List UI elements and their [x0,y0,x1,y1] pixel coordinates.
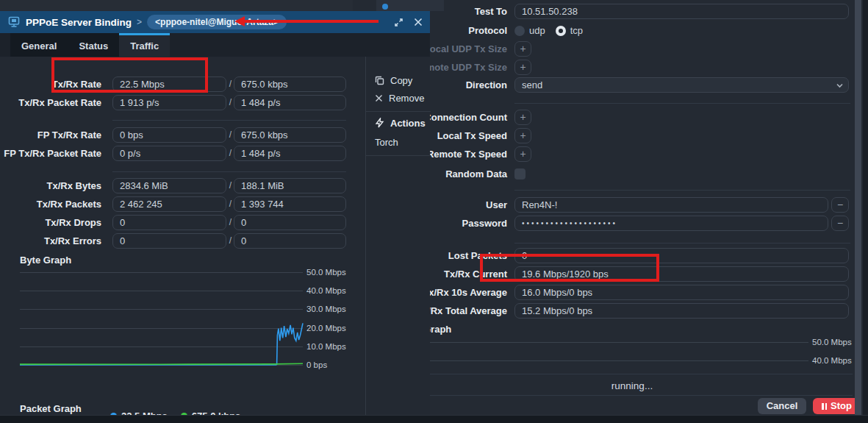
scrollbar-thumb[interactable] [855,0,861,423]
lost-packets-value[interactable]: 0 [514,248,849,263]
fp-txrx-rate-row: FP Tx/Rx Rate 0 bps / 675.0 kbps [0,127,365,143]
fp-rx-packet-rate-value[interactable]: 1 484 p/s [234,146,346,161]
byte-graph-title: Byte Graph [20,255,71,266]
udp-radio-label: udp [529,25,545,36]
chevron-down-icon [836,83,843,88]
txrx-drops-row: Tx/Rx Drops 0 / 0 [0,215,365,230]
local-udp-tx-size-add-button[interactable]: + [514,41,531,57]
divider [112,171,346,172]
slash-separator: / [227,146,234,161]
grid-label: 50.0 Mbps [812,336,852,348]
txrx-packets-label: Tx/Rx Packets [0,196,101,212]
tx-packet-rate-value[interactable]: 1 913 p/s [112,95,226,110]
txrx-packet-rate-label: Tx/Rx Packet Rate [0,95,101,110]
dialog-titlebar[interactable]: PPPoE Server Binding > <pppoe-nitel@Migu… [0,11,430,33]
direction-select[interactable]: send [514,77,849,93]
byte-graph: 50.0 Mbps40.0 Mbps30.0 Mbps20.0 Mbps10.0… [0,268,365,371]
bandwidth-test-panel: Test To 10.51.50.238 Protocol udp tcp Lo… [353,0,868,423]
background-window-fragment [376,0,444,11]
random-data-checkbox[interactable] [514,168,526,179]
divider [514,243,850,244]
tx-bytes-value[interactable]: 2834.6 MiB [112,178,226,193]
txrx-rate-label: Tx/Rx Rate [0,77,101,92]
udp-radio[interactable] [514,26,525,36]
grid-label: 40.0 Mbps [812,355,852,366]
status-dot-icon [382,4,388,10]
copy-button[interactable]: Copy [375,73,412,88]
tx-packets-value[interactable]: 2 462 245 [112,196,226,212]
connection-count-add-button[interactable]: + [514,110,531,125]
tab-general[interactable]: General [10,33,68,57]
password-input[interactable]: •••••••••••••••••••• [514,216,828,231]
tcp-radio-label: tcp [570,25,583,36]
user-remove-button[interactable]: − [831,197,849,213]
slash-separator: / [227,77,234,92]
txrx-10s-average-value[interactable]: 16.0 Mbps/0 bps [514,285,849,300]
remote-tx-speed-add-button[interactable]: + [514,146,531,162]
password-remove-button[interactable]: − [831,216,849,231]
tab-status[interactable]: Status [68,33,119,57]
cancel-button[interactable]: Cancel [758,398,806,414]
divider [514,103,850,104]
remote-udp-tx-size-add-button[interactable]: + [514,60,531,75]
tcp-radio[interactable] [556,26,566,36]
slash-separator: / [227,215,234,230]
maximize-icon[interactable] [394,18,403,27]
close-icon[interactable] [414,18,423,26]
fp-txrx-rate-label: FP Tx/Rx Rate [0,127,101,143]
window-edge [863,0,868,423]
txrx-bytes-label: Tx/Rx Bytes [0,178,101,193]
slash-separator: / [227,127,234,143]
txrx-total-average-value[interactable]: 15.2 Mbps/0 bps [514,303,849,319]
divider [366,111,431,112]
tab-traffic[interactable]: Traffic [119,33,170,57]
txrx-packet-rate-row: Tx/Rx Packet Rate 1 913 p/s / 1 484 p/s [0,95,365,110]
rx-packet-rate-value[interactable]: 1 484 p/s [234,95,346,110]
tx-rate-value[interactable]: 22.5 Mbps [112,77,226,92]
local-tx-speed-add-button[interactable]: + [514,128,531,143]
txrx-rate-row: Tx/Rx Rate 22.5 Mbps / 675.0 kbps [0,77,365,92]
divider [112,120,346,121]
scrollbar [853,0,868,423]
fp-txrx-packet-rate-row: FP Tx/Rx Packet Rate 0 p/s / 1 484 p/s [0,146,365,161]
pause-icon [822,403,827,410]
chart-plot [0,268,365,371]
divider [514,190,850,191]
torch-action[interactable]: Torch [375,135,398,149]
dialog-action-sidebar: Copy Remove Actions Torch [365,57,430,423]
bandwidth-test-graph: 50.0 Mbps40.0 Mbps [353,337,868,370]
rx-packets-value[interactable]: 1 393 744 [234,196,346,212]
txrx-drops-label: Tx/Rx Drops [0,215,101,230]
slash-separator: / [227,233,234,249]
txrx-current-value[interactable]: 19.6 Mbps/1920 bps [514,266,849,282]
divider [366,155,431,156]
user-input[interactable]: Ren4N-! [514,197,828,213]
rx-bytes-value[interactable]: 188.1 MiB [234,178,346,193]
fp-tx-packet-rate-value[interactable]: 0 p/s [112,146,226,161]
packet-graph-title: Packet Graph [20,403,82,414]
test-to-input[interactable]: 10.51.50.238 [514,4,849,19]
copy-icon [375,76,384,85]
dialog-title: PPPoE Server Binding [26,17,132,28]
pppoe-server-binding-dialog: PPPoE Server Binding > <pppoe-nitel@Migu… [0,11,430,423]
fp-txrx-packet-rate-label: FP Tx/Rx Packet Rate [0,146,101,161]
rx-drops-value[interactable]: 0 [234,215,346,230]
tx-errors-value[interactable]: 0 [112,233,226,249]
remove-x-icon [375,94,383,102]
tab-bar: General Status Traffic [0,33,430,57]
remove-button[interactable]: Remove [375,90,424,105]
slash-separator: / [227,196,234,212]
rx-errors-value[interactable]: 0 [234,233,346,249]
window-icon [7,16,21,28]
breadcrumb-separator: > [137,17,142,27]
fp-tx-rate-value[interactable]: 0 bps [112,127,226,143]
fp-rx-rate-value[interactable]: 675.0 kbps [234,127,346,143]
txrx-packets-row: Tx/Rx Packets 2 462 245 / 1 393 744 [0,196,365,212]
binding-name-pill[interactable]: <pppoe-nitel@Miguel Artaza> [147,15,287,29]
txrx-errors-label: Tx/Rx Errors [0,233,101,249]
tx-drops-value[interactable]: 0 [112,215,226,230]
status-text: running... [426,380,838,391]
rx-rate-value[interactable]: 675.0 kbps [234,77,346,92]
traffic-tab-content: Tx/Rx Rate 22.5 Mbps / 675.0 kbps Tx/Rx … [0,57,365,423]
bottom-window-edge [0,415,868,423]
